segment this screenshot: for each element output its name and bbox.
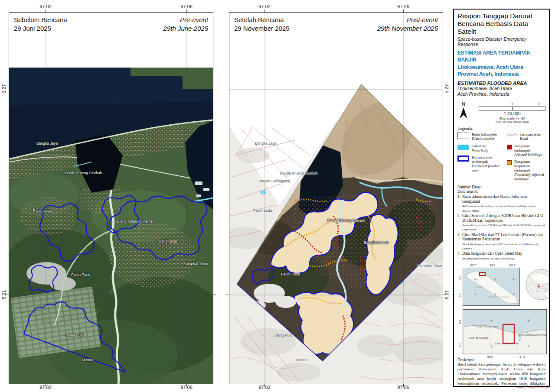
tick-mark [443, 295, 446, 295]
map-place-label: Uteuen Gelinggang [258, 179, 290, 183]
source-text: Citra Sentinel-2 dengan S2DR3 dan Hillsi… [462, 214, 545, 222]
scalebar-graphic [479, 107, 545, 110]
globe-inset [525, 269, 550, 302]
legend-item-potential: Bangunan berpotensi terdampakPotentially… [507, 159, 545, 181]
tick-mark [213, 295, 216, 295]
inset-label-aceh: ACEH [476, 285, 483, 288]
panel-date-id: 29 Juni 2025 [14, 24, 67, 33]
map-place-label: Keude Krueng Geukuh [65, 171, 102, 175]
inset-tick-label: 98.2 [490, 264, 495, 267]
panel-title-id: Setelah Bencana [234, 16, 290, 24]
source-number: 1. [457, 194, 462, 213]
map-place-label: Paloh Lada [253, 208, 272, 213]
panel-title-en: Pre-event [163, 16, 208, 24]
inset-tick-label: 95.7 [470, 264, 476, 267]
source-number: 4. [457, 251, 462, 260]
legend-label: Batas kabupaten [472, 132, 497, 136]
lon-tick-label: 97.06 [397, 4, 409, 9]
panel-title-en: Post-event [377, 16, 438, 24]
pre-event-header-en: Pre-event 29th June 2025 [163, 16, 208, 32]
north-arrow-icon: N [457, 101, 469, 120]
map-place-label: Paloh Lada [33, 208, 52, 213]
source-item: 1. Batas administrasi dari Badan Informa… [457, 194, 545, 213]
tick-mark [403, 10, 404, 12]
post-event-map-panel: Bangka JayaKeude Krueng GeukuhUteuen Gel… [229, 12, 443, 384]
panel-date-en: 29th November 2025 [377, 24, 438, 33]
tick-mark [186, 10, 187, 12]
scale-tick-1: 1 [511, 101, 513, 106]
legend-label: Bangunan berpotensi terdampak [514, 159, 545, 172]
sources-title: Sumber Data: [457, 185, 545, 189]
tick-mark [264, 384, 265, 387]
heading-location-id1: Lhokseumawe, Aceh Utara [457, 64, 545, 71]
inset-tick-label: 5.9 [458, 276, 461, 280]
source-note: Building data courtesy of Open Street Ma… [462, 257, 514, 260]
tick-mark [6, 89, 9, 89]
inset-tick-label: 97.2 [519, 355, 525, 358]
globe-location-dot [538, 285, 540, 288]
map-place-label: Cot Trueng [159, 239, 177, 243]
scale-ratio: 1:40,000 [479, 111, 545, 116]
map-place-label: Bangka Jaya [36, 141, 58, 146]
legend-label: Tubuh air [472, 144, 488, 148]
inset-label-aceh-utara: KAB. ACEH UTARA [495, 342, 519, 345]
post-event-place-labels: Bangka JayaKeude Krueng GeukuhUteuen Gel… [229, 13, 443, 384]
legend: Batas kabupatenDistrict border Tubuh air… [457, 132, 545, 184]
source-text: Batas administrasi dari Badan Informasi … [462, 194, 527, 203]
map-place-label: Blang Naleung Mameh [117, 219, 154, 224]
tick-mark [213, 89, 216, 89]
potentially-affected-swatch [507, 160, 512, 165]
map-place-label: Blang Pulo [65, 333, 83, 337]
sources-list: 1. Batas administrasi dari Badan Informa… [457, 194, 545, 260]
source-number: 2. [457, 214, 462, 232]
legend-label: Estimasi area terdampak [472, 155, 507, 164]
legend-item-district: Batas kabupatenDistrict border [457, 132, 507, 141]
source-item: 2. Citra Sentinel-2 dengan S2DR3 dan Hil… [457, 214, 545, 232]
legend-label-en: District border [472, 136, 497, 141]
map-place-label: Blang Pulo [274, 333, 292, 337]
affected-buildings-swatch [507, 145, 512, 149]
districts-inset-map: 5.3 5.1 96.9 97.2 KAB. PIDIE JAYA KAB. B… [463, 309, 545, 354]
districts-inset-graphic: KAB. PIDIE JAYA KAB. BIREUEN KAB. ACEH U… [463, 309, 547, 354]
map-place-label: Batuphat Barat [364, 240, 388, 245]
heading-en: ESTIMATED FLOODED AREA [457, 81, 545, 86]
source-text: Citra BlackSky dari PT Len Industri (Per… [462, 233, 543, 241]
map-place-label: Batuphat Timur [417, 264, 442, 268]
map-place-label: Keude Krueng Geukuh [280, 171, 317, 175]
map-place-label: Bangka Jaya [255, 141, 276, 146]
poster-subtitle: Space-based Disaster Emergency Response [457, 36, 545, 47]
legend-item-affected: Bangunan terdampakAffected buildings [507, 144, 545, 157]
panel-title-id: Sebelum Bencana [14, 16, 67, 24]
globe-graphic [525, 269, 550, 301]
pre-event-map-panel: Bangka JayaKeude Krueng GeukuhPaloh Lada… [9, 12, 213, 384]
source-note: Sentinel-2 processed S2DR3 and Hillside … [462, 224, 545, 231]
inset-maps: 95.7 98.2 100.7 5.9 3.4 ACEH SUMATERA UT… [457, 263, 545, 354]
scale-note: Map scale for A3 [479, 116, 545, 120]
inset-tick-label: 100.7 [508, 264, 515, 267]
lon-tick-label: 97.02 [39, 4, 52, 9]
aceh-inset-graphic: ACEH SUMATERA UTARA [463, 268, 520, 306]
legend-label-en: Estimated flooded area [472, 164, 507, 172]
legend-label-en: Waterbody [472, 148, 488, 152]
map-place-label: Paloh Punti [281, 272, 300, 276]
poster-title-line2: Bencana Berbasis Data Satelit [457, 20, 545, 36]
lon-tick-label: 97.02 [258, 4, 271, 9]
waterbody-swatch [457, 145, 469, 150]
info-panel: Respon Tanggap Darurat Bencana Berbasis … [453, 9, 550, 387]
scalebar: 1 2 km 1:40,000 Map scale for A3 CRS: WG… [479, 101, 545, 123]
lon-tick-label: 97.06 [180, 4, 193, 9]
post-event-header: Setelah Bencana 29 November 2025 [234, 16, 290, 32]
inset-tick-label: 5.1 [458, 343, 461, 347]
map-place-label: Paloh Punti [71, 272, 90, 277]
description-id-title: Deskripsi: [457, 357, 545, 362]
tick-mark [226, 295, 229, 295]
legend-label-en: Affected buildings [514, 152, 545, 157]
inset-tick-label: 3.4 [458, 293, 461, 297]
legend-label: Jaringan jalan [520, 132, 541, 136]
source-item: 3. Citra BlackSky dari PT Len Industri (… [457, 233, 545, 251]
legend-label: Bangunan terdampak [514, 144, 545, 152]
heading-location-id2: Provinsi Aceh, Indonesia [457, 71, 545, 78]
pre-event-place-labels: Bangka JayaKeude Krueng GeukuhPaloh Lada… [9, 13, 213, 384]
inset-label-pidie-jaya: KAB. PIDIE JAYA [477, 325, 498, 328]
source-item: 4. Data bangunan dari Open Street MapBui… [457, 251, 545, 260]
